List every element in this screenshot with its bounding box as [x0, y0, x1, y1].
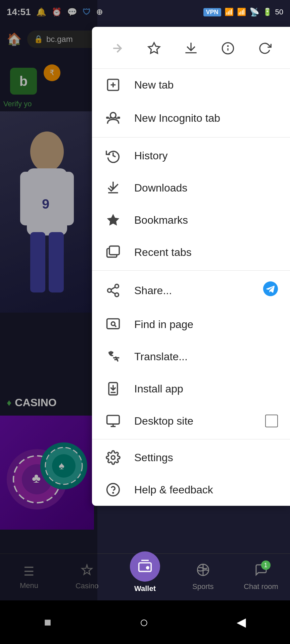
forward-button[interactable] [105, 36, 129, 60]
refresh-button[interactable] [253, 36, 277, 60]
new-tab-label: New tab [134, 79, 278, 91]
settings-icon [104, 450, 122, 465]
svg-marker-15 [148, 43, 159, 53]
telegram-icon [263, 281, 278, 300]
install-app-item[interactable]: Install app [92, 373, 290, 405]
translate-icon [104, 349, 122, 364]
settings-item[interactable]: Settings [92, 441, 290, 474]
downloads-icon [104, 180, 122, 195]
svg-rect-43 [107, 416, 119, 424]
help-feedback-item[interactable]: Help & feedback [92, 474, 290, 506]
svg-point-51 [147, 567, 149, 569]
vpn-badge: VPN [203, 8, 221, 16]
recent-tabs-label: Recent tabs [134, 246, 278, 259]
recent-tabs-icon [104, 245, 122, 260]
nav-sports-label: Sports [192, 582, 214, 591]
install-app-label: Install app [134, 383, 278, 395]
new-incognito-tab-item[interactable]: New Incognito tab [92, 101, 290, 135]
svg-line-38 [114, 325, 116, 327]
home-system-button[interactable]: ○ [140, 614, 149, 631]
background-dim [0, 0, 97, 644]
wallet-button[interactable] [130, 551, 160, 582]
install-app-icon [104, 381, 122, 396]
info-button[interactable] [216, 36, 240, 60]
nav-wallet[interactable]: Wallet [116, 561, 174, 593]
divider-2 [92, 270, 290, 271]
downloads-item[interactable]: Downloads [92, 172, 290, 204]
svg-rect-50 [139, 563, 151, 572]
svg-marker-28 [107, 214, 119, 226]
svg-rect-24 [106, 117, 109, 119]
chat-badge-container: 1 [254, 563, 268, 580]
help-feedback-label: Help & feedback [134, 484, 278, 496]
divider-3 [92, 439, 290, 439]
svg-line-35 [111, 287, 115, 289]
chrome-menu: New tab New Incognito tab History [92, 27, 290, 506]
history-item[interactable]: History [92, 140, 290, 172]
svg-point-32 [108, 289, 111, 292]
find-icon [104, 317, 122, 332]
nav-chat-label: Chat room [244, 582, 278, 591]
svg-rect-36 [107, 319, 119, 329]
bookmarks-icon [104, 213, 122, 227]
battery-percent: 50 [275, 8, 283, 16]
translate-label: Translate... [134, 351, 278, 363]
share-item[interactable]: Share... [92, 273, 290, 308]
help-icon [104, 482, 122, 497]
divider-1 [92, 137, 290, 138]
svg-point-33 [115, 293, 119, 297]
battery-icon: 🔋 [263, 8, 272, 16]
downloads-label: Downloads [134, 182, 278, 194]
find-in-page-item[interactable]: Find in page [92, 308, 290, 340]
svg-point-46 [111, 456, 115, 460]
settings-label: Settings [134, 451, 278, 464]
bookmark-button[interactable] [142, 36, 166, 60]
svg-point-31 [115, 284, 119, 288]
desktop-site-checkbox[interactable] [265, 415, 278, 427]
svg-point-37 [111, 322, 115, 326]
new-tab-item[interactable]: New tab [92, 69, 290, 101]
desktop-site-item[interactable]: Desktop site [92, 405, 290, 437]
signal2-icon: 📶 [237, 8, 246, 16]
new-incognito-label: New Incognito tab [134, 112, 278, 124]
chat-count-badge: 1 [261, 560, 271, 570]
incognito-icon [104, 110, 122, 126]
share-icon [104, 283, 122, 298]
svg-rect-30 [109, 246, 119, 255]
desktop-icon [104, 414, 122, 428]
bookmarks-item[interactable]: Bookmarks [92, 204, 290, 236]
recent-tabs-item[interactable]: Recent tabs [92, 236, 290, 268]
menu-toolbar [92, 27, 290, 69]
history-label: History [134, 150, 278, 162]
share-label: Share... [134, 284, 251, 297]
svg-point-39 [110, 354, 111, 355]
new-tab-icon [104, 77, 122, 92]
find-in-page-label: Find in page [134, 318, 278, 331]
translate-item[interactable]: Translate... [92, 340, 290, 373]
svg-rect-25 [117, 117, 120, 119]
download-button[interactable] [179, 36, 203, 60]
nav-chat-room[interactable]: 1 Chat room [232, 563, 290, 591]
svg-line-34 [111, 291, 115, 294]
nav-wallet-label: Wallet [134, 584, 156, 593]
desktop-site-label: Desktop site [134, 415, 253, 427]
sports-icon [196, 563, 210, 580]
signal-icon: 📶 [225, 8, 234, 16]
wifi-icon: 📡 [249, 7, 259, 17]
nav-sports[interactable]: Sports [174, 563, 232, 591]
back-button[interactable]: ◀ [237, 615, 246, 629]
bookmarks-label: Bookmarks [134, 214, 278, 226]
history-icon [104, 148, 122, 163]
